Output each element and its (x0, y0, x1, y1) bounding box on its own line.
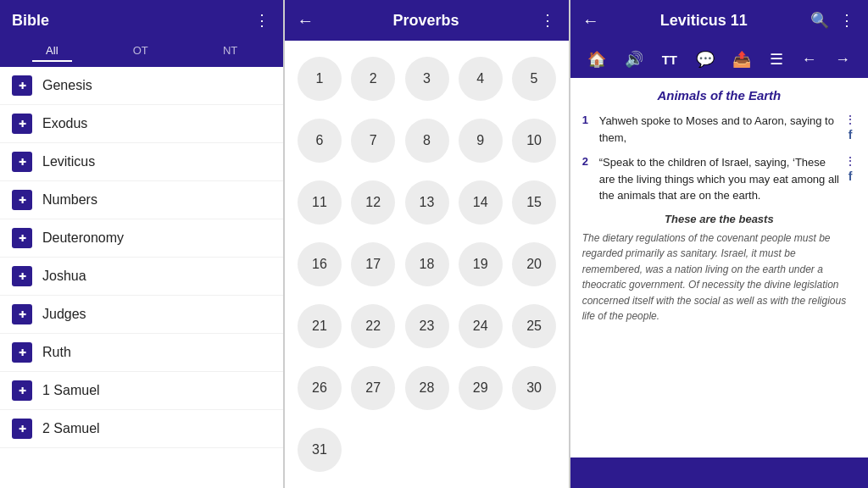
chapter-button[interactable]: 6 (298, 119, 342, 163)
verse-1-menu-icon[interactable]: ⋮ (844, 113, 856, 126)
chapter-button[interactable]: 10 (512, 119, 556, 163)
chapter-button[interactable]: 24 (459, 304, 503, 348)
chapter-button[interactable]: 2 (351, 57, 395, 101)
bottom-bar (570, 458, 868, 488)
commentary-title: These are the beasts (582, 213, 856, 225)
book-item[interactable]: Joshua (0, 258, 283, 296)
book-item[interactable]: Exodus (0, 105, 283, 143)
book-name: Deuteronomy (42, 230, 124, 246)
chapter-button[interactable]: 28 (405, 366, 449, 410)
chapter-button[interactable]: 15 (512, 180, 556, 225)
proverbs-header: ← Proverbs ⋮ (285, 0, 568, 41)
chapter-button[interactable]: 17 (351, 242, 395, 286)
book-icon (12, 190, 32, 210)
bible-title: Bible (12, 12, 49, 30)
book-icon (12, 342, 32, 363)
book-item[interactable]: Judges (0, 296, 283, 334)
prev-chapter-icon[interactable]: ← (801, 51, 816, 69)
book-item[interactable]: Leviticus (0, 143, 283, 181)
chapter-button[interactable]: 9 (459, 119, 503, 163)
chapter-button[interactable]: 4 (459, 57, 503, 101)
chapter-button[interactable]: 14 (459, 180, 503, 225)
commentary-text: The dietary regulations of the covenant … (582, 230, 856, 325)
reading-panel: ← Leviticus 11 🔍 ⋮ 🏠 🔊 TT 💬 📤 ☰ ← → Anim… (570, 0, 868, 488)
chapter-button[interactable]: 16 (298, 242, 342, 286)
leviticus-header: ← Leviticus 11 🔍 ⋮ (570, 0, 868, 41)
leviticus-back-button[interactable]: ← (582, 11, 599, 30)
chapter-button[interactable]: 29 (459, 366, 503, 410)
book-item[interactable]: 1 Samuel (0, 372, 283, 410)
chapter-button[interactable]: 26 (298, 366, 342, 410)
chapter-button[interactable]: 3 (405, 57, 449, 101)
header-icons: ⋮ (253, 9, 271, 31)
book-item[interactable]: Genesis (0, 67, 283, 105)
verse-text-2: “Speak to the children of Israel, saying… (599, 154, 841, 204)
chapter-button[interactable]: 21 (298, 304, 342, 348)
verse-text-1: Yahweh spoke to Moses and to Aaron, sayi… (599, 113, 841, 146)
next-chapter-icon[interactable]: → (835, 51, 850, 69)
book-icon (12, 75, 32, 96)
chapter-button[interactable]: 30 (512, 366, 556, 410)
leviticus-title: Leviticus 11 (599, 12, 809, 30)
share-icon[interactable]: 📤 (732, 50, 751, 69)
book-name: Numbers (42, 192, 97, 208)
chapter-button[interactable]: 27 (351, 366, 395, 410)
book-tabs: All OT NT (0, 41, 283, 67)
proverbs-menu-button[interactable]: ⋮ (538, 9, 557, 31)
book-item[interactable]: Ruth (0, 334, 283, 372)
verse-2-facebook-icon[interactable]: f (849, 169, 853, 183)
search-button[interactable]: 🔍 (809, 9, 831, 31)
book-item[interactable]: Numbers (0, 181, 283, 219)
book-icon (12, 228, 32, 248)
list-icon[interactable]: ☰ (770, 50, 783, 69)
chapter-button[interactable]: 23 (405, 304, 449, 348)
chapter-button[interactable]: 12 (351, 180, 395, 225)
chapter-button[interactable]: 8 (405, 119, 449, 163)
book-icon (12, 380, 32, 401)
tab-ot[interactable]: OT (120, 41, 162, 62)
chapter-button[interactable]: 1 (298, 57, 342, 101)
book-icon (12, 114, 32, 134)
bible-header: Bible ⋮ (0, 0, 283, 41)
book-icon (12, 266, 32, 286)
verse-2-menu-icon[interactable]: ⋮ (844, 154, 856, 168)
tab-all[interactable]: All (32, 41, 71, 62)
chapter-button[interactable]: 5 (512, 57, 556, 101)
comment-icon[interactable]: 💬 (696, 50, 715, 69)
book-name: Leviticus (42, 154, 95, 169)
audio-icon[interactable]: 🔊 (625, 50, 643, 69)
chapter-button[interactable]: 22 (351, 304, 395, 348)
chapter-button[interactable]: 20 (512, 242, 556, 286)
verse-2-actions: ⋮ f (844, 154, 856, 183)
reading-content: Animals of the Earth 1 Yahweh spoke to M… (570, 78, 868, 458)
leviticus-header-icons: 🔍 ⋮ (809, 9, 856, 31)
verse-1-actions: ⋮ f (844, 113, 856, 141)
proverbs-back-button[interactable]: ← (297, 11, 314, 30)
verse-row-2: 2 “Speak to the children of Israel, sayi… (582, 154, 856, 204)
bible-list-panel: Bible ⋮ All OT NT GenesisExodusLeviticus… (0, 0, 283, 488)
book-name: Exodus (42, 116, 87, 131)
chapter-button[interactable]: 11 (298, 180, 342, 225)
verse-number-1: 1 (582, 114, 596, 126)
bible-menu-button[interactable]: ⋮ (253, 9, 271, 31)
chapter-button[interactable]: 31 (298, 428, 342, 472)
verse-row-1: 1 Yahweh spoke to Moses and to Aaron, sa… (582, 113, 856, 146)
reading-toolbar: 🏠 🔊 TT 💬 📤 ☰ ← → (570, 41, 868, 78)
font-size-icon[interactable]: TT (662, 53, 677, 67)
home-icon[interactable]: 🏠 (587, 50, 606, 69)
chapter-button[interactable]: 18 (405, 242, 449, 286)
book-name: Joshua (42, 269, 86, 284)
chapter-button[interactable]: 19 (459, 242, 503, 286)
book-icon (12, 152, 32, 172)
book-list: GenesisExodusLeviticusNumbersDeuteronomy… (0, 67, 283, 488)
chapter-button[interactable]: 13 (405, 180, 449, 225)
book-item[interactable]: Deuteronomy (0, 219, 283, 258)
verse-1-facebook-icon[interactable]: f (849, 128, 853, 141)
book-name: 2 Samuel (42, 421, 100, 436)
leviticus-menu-button[interactable]: ⋮ (837, 9, 856, 31)
tab-nt[interactable]: NT (209, 41, 251, 62)
book-item[interactable]: 2 Samuel (0, 410, 283, 448)
chapter-button[interactable]: 7 (351, 119, 395, 163)
proverbs-title: Proverbs (314, 12, 537, 30)
chapter-button[interactable]: 25 (512, 304, 556, 348)
